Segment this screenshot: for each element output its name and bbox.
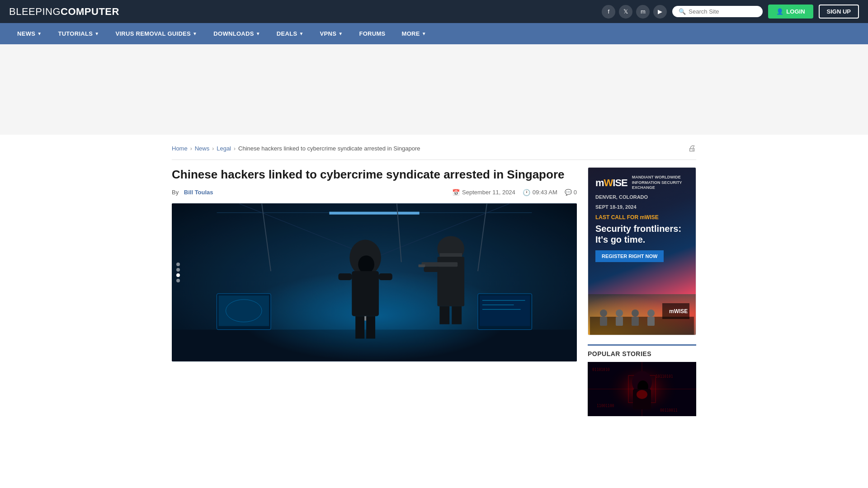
svg-point-55 — [637, 390, 647, 399]
search-bar[interactable]: 🔍 — [672, 6, 763, 17]
social-icons: f 𝕏 m ▶ — [602, 5, 667, 19]
nav-virus-removal[interactable]: VIRUS REMOVAL GUIDES ▼ — [107, 23, 205, 44]
image-dots — [176, 263, 180, 282]
nav-deals[interactable]: DEALS ▼ — [269, 23, 312, 44]
svg-rect-38 — [600, 317, 607, 326]
ad-location: DENVER, COLORADO — [595, 194, 689, 200]
ad-tag: LAST CALL FOR mWISE — [595, 214, 689, 221]
dot-3 — [176, 273, 180, 277]
article-image — [172, 203, 577, 361]
logo-bold: COMPUTER — [61, 6, 119, 17]
comment-count[interactable]: 💬 0 — [565, 189, 577, 196]
svg-point-37 — [600, 310, 607, 317]
ad-banner — [0, 44, 868, 135]
svg-rect-40 — [616, 317, 623, 326]
svg-text:10110101: 10110101 — [656, 375, 673, 379]
header-right: f 𝕏 m ▶ 🔍 👤 LOGIN SIGN UP — [602, 5, 859, 19]
svg-rect-42 — [632, 317, 639, 326]
popular-stories: POPULAR STORIES — [588, 344, 696, 416]
sidebar-ad: mWISE MANDIANT WORLDWIDE INFORMATION SEC… — [588, 167, 696, 335]
article-time: 🕐 09:43 AM — [523, 189, 557, 196]
news-caret: ▼ — [37, 31, 42, 36]
search-icon: 🔍 — [679, 8, 686, 15]
dot-2 — [176, 268, 180, 272]
author-link[interactable]: Bill Toulas — [184, 189, 213, 196]
nav-downloads[interactable]: DOWNLOADS ▼ — [205, 23, 269, 44]
site-logo[interactable]: BLEEPINGCOMPUTER — [9, 6, 119, 18]
svg-rect-44 — [647, 317, 655, 326]
breadcrumb-current: Chinese hackers linked to cybercrime syn… — [238, 145, 420, 152]
two-col-layout: Chinese hackers linked to cybercrime syn… — [172, 167, 696, 416]
user-icon: 👤 — [776, 8, 783, 15]
downloads-caret: ▼ — [256, 31, 260, 36]
signup-button[interactable]: SIGN UP — [819, 5, 859, 19]
ad-bottom-image: mWISE — [588, 294, 696, 335]
svg-text:11001100: 11001100 — [597, 404, 614, 408]
facebook-icon[interactable]: f — [602, 5, 615, 19]
ad-logo-area: mWISE MANDIANT WORLDWIDE INFORMATION SEC… — [595, 175, 689, 191]
breadcrumb: Home › News › Legal › Chinese hackers li… — [172, 144, 696, 160]
youtube-icon[interactable]: ▶ — [653, 5, 667, 19]
main-nav: NEWS ▼ TUTORIALS ▼ VIRUS REMOVAL GUIDES … — [0, 23, 868, 44]
vpns-caret: ▼ — [338, 31, 343, 36]
dot-4 — [176, 279, 180, 282]
search-input[interactable] — [689, 8, 756, 15]
article-meta: By Bill Toulas 📅 September 11, 2024 🕐 09… — [172, 189, 577, 196]
article-column: Chinese hackers linked to cybercrime syn… — [172, 167, 577, 361]
nav-more[interactable]: MORE ▼ — [394, 23, 434, 44]
svg-point-39 — [616, 310, 623, 317]
popular-story-image[interactable]: 01101010 10110101 11001100 00110011 — [588, 362, 696, 416]
nav-tutorials[interactable]: TUTORIALS ▼ — [50, 23, 107, 44]
svg-point-41 — [632, 310, 639, 317]
breadcrumb-home[interactable]: Home — [172, 145, 188, 152]
breadcrumb-sep3: › — [234, 145, 236, 152]
breadcrumb-sep1: › — [190, 145, 192, 152]
by-label: By — [172, 189, 179, 196]
breadcrumb-legal[interactable]: Legal — [217, 145, 231, 152]
hacker-figure: 01101010 10110101 11001100 00110011 — [588, 362, 696, 416]
calendar-icon: 📅 — [452, 189, 460, 196]
ad-org: MANDIANT WORLDWIDE INFORMATION SECURITY … — [632, 175, 689, 191]
more-caret: ▼ — [422, 31, 426, 36]
clock-icon: 🕐 — [523, 189, 530, 196]
deals-caret: ▼ — [299, 31, 303, 36]
svg-point-43 — [647, 310, 655, 317]
svg-text:00110011: 00110011 — [660, 408, 678, 413]
svg-text:mWISE: mWISE — [669, 308, 688, 314]
mastodon-icon[interactable]: m — [636, 5, 650, 19]
breadcrumb-left: Home › News › Legal › Chinese hackers li… — [172, 145, 420, 152]
virus-caret: ▼ — [193, 31, 197, 36]
tutorials-caret: ▼ — [94, 31, 99, 36]
top-header: BLEEPINGCOMPUTER f 𝕏 m ▶ 🔍 👤 LOGIN SIGN … — [0, 0, 868, 23]
article-title: Chinese hackers linked to cybercrime syn… — [172, 167, 577, 183]
sidebar-column: mWISE MANDIANT WORLDWIDE INFORMATION SEC… — [588, 167, 696, 416]
nav-news[interactable]: NEWS ▼ — [9, 23, 50, 44]
article-meta-right: 📅 September 11, 2024 🕐 09:43 AM 💬 0 — [452, 189, 577, 196]
login-button[interactable]: 👤 LOGIN — [768, 5, 813, 19]
popular-stories-title: POPULAR STORIES — [588, 346, 696, 362]
ad-panel-svg: mWISE — [590, 294, 694, 335]
svg-text:01101010: 01101010 — [592, 368, 610, 372]
print-icon[interactable]: 🖨 — [688, 144, 696, 153]
nav-forums[interactable]: FORUMS — [351, 23, 393, 44]
twitter-icon[interactable]: 𝕏 — [619, 5, 632, 19]
nav-vpns[interactable]: VPNS ▼ — [312, 23, 351, 44]
article-date: 📅 September 11, 2024 — [452, 189, 515, 196]
ad-register-button[interactable]: REGISTER RIGHT NOW — [595, 250, 664, 262]
sidebar-ad-content: mWISE MANDIANT WORLDWIDE INFORMATION SEC… — [588, 168, 696, 294]
breadcrumb-sep2: › — [212, 145, 214, 152]
article-scene-svg — [172, 203, 577, 361]
ad-headline: Security frontliners: It's go time. — [595, 223, 689, 245]
logo-light: BLEEPING — [9, 6, 61, 17]
comment-icon: 💬 — [565, 189, 572, 196]
article-meta-left: By Bill Toulas — [172, 189, 213, 196]
ad-dates: SEPT 18-19, 2024 — [595, 204, 689, 210]
breadcrumb-news[interactable]: News — [195, 145, 210, 152]
content-wrapper: Home › News › Legal › Chinese hackers li… — [163, 135, 705, 425]
ad-logo: mWISE — [595, 177, 627, 189]
dot-1 — [176, 263, 180, 266]
popular-story-svg: 01101010 10110101 11001100 00110011 — [588, 362, 696, 416]
svg-rect-35 — [172, 204, 577, 361]
